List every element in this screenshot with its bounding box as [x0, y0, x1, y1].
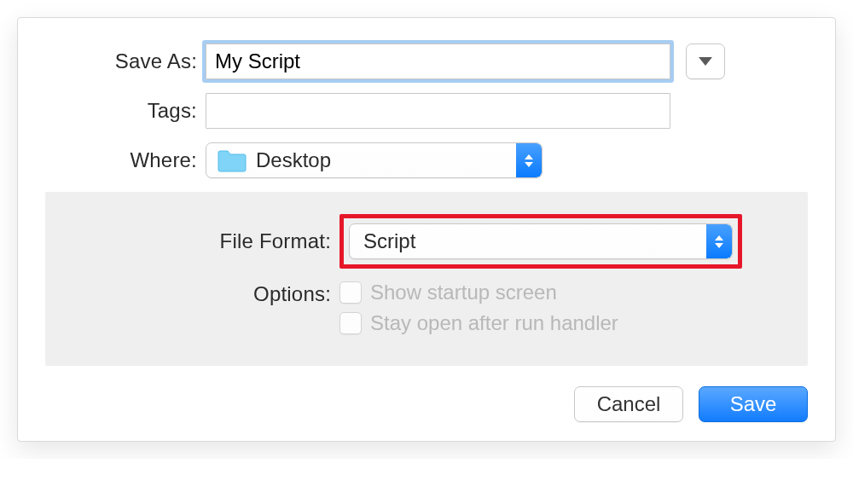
- where-row: Where: Desktop: [44, 142, 809, 178]
- action-bar: Cancel Save: [44, 386, 809, 422]
- save-as-input[interactable]: [206, 43, 670, 79]
- file-format-highlight: Script: [339, 214, 742, 269]
- save-dialog: Save As: Tags: Where: Desktop Fi: [17, 17, 836, 442]
- up-down-arrows-icon: [516, 143, 542, 177]
- save-button-label: Save: [730, 392, 777, 416]
- where-label: Where:: [44, 148, 206, 172]
- tags-input[interactable]: [206, 93, 670, 129]
- show-startup-label: Show startup screen: [370, 281, 557, 304]
- options-row: Options: Show startup screen Stay open a…: [62, 281, 791, 342]
- expand-button[interactable]: [686, 43, 725, 79]
- cancel-button[interactable]: Cancel: [574, 386, 683, 422]
- options-label: Options:: [62, 281, 339, 306]
- stay-open-checkbox[interactable]: [339, 312, 362, 334]
- cancel-button-label: Cancel: [597, 392, 661, 416]
- show-startup-checkbox[interactable]: [339, 281, 362, 304]
- save-as-row: Save As:: [44, 43, 809, 79]
- folder-icon: [217, 148, 247, 172]
- where-value: Desktop: [256, 148, 331, 172]
- stay-open-row: Stay open after run handler: [339, 311, 618, 335]
- stay-open-label: Stay open after run handler: [370, 311, 618, 335]
- file-format-row: File Format: Script: [62, 214, 791, 269]
- where-popup[interactable]: Desktop: [206, 142, 543, 178]
- options-checkboxes: Show startup screen Stay open after run …: [339, 281, 618, 342]
- file-format-value: Script: [363, 229, 415, 253]
- save-as-label: Save As:: [44, 49, 206, 73]
- tags-row: Tags:: [44, 93, 809, 129]
- save-button[interactable]: Save: [699, 386, 808, 422]
- options-panel: File Format: Script Options: Show startu…: [45, 192, 808, 366]
- up-down-arrows-icon: [706, 224, 732, 258]
- file-format-label: File Format:: [62, 229, 339, 253]
- chevron-down-icon: [699, 57, 712, 66]
- file-format-popup[interactable]: Script: [349, 223, 733, 259]
- tags-label: Tags:: [44, 99, 206, 123]
- show-startup-row: Show startup screen: [339, 281, 618, 304]
